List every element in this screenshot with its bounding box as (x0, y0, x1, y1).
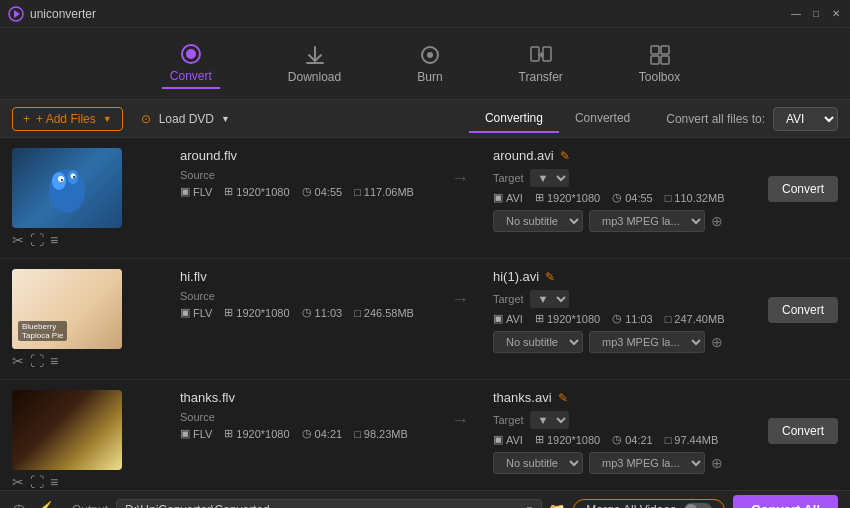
crop-icon-1[interactable]: ⛶ (30, 232, 44, 248)
file-2-source-name: hi.flv (180, 269, 427, 284)
add-files-label: + Add Files (36, 112, 96, 126)
file-3-source-label: Source (180, 411, 427, 423)
bolt-icon[interactable]: ⚡ (36, 500, 56, 508)
svg-point-16 (58, 176, 64, 182)
crop-icon-2[interactable]: ⛶ (30, 353, 44, 369)
file-2-target: hi(1).avi ✎ Target ▼ ▣ AVI ⊞ 1920*1080 ◷… (485, 269, 748, 353)
file-2-target-name: hi(1).avi ✎ (493, 269, 740, 284)
edit-icon-3[interactable]: ✎ (558, 391, 568, 405)
file-1-btn-section: Convert (758, 148, 838, 202)
add-files-button[interactable]: + + Add Files ▼ (12, 107, 123, 131)
output-label: Output (72, 503, 108, 509)
clock-icon-1: ◷ (302, 185, 312, 198)
merge-toggle[interactable] (684, 503, 712, 509)
output-path-display[interactable]: D:\UniConverter\Converted (116, 499, 542, 509)
convert-button-2[interactable]: Convert (768, 297, 838, 323)
file-1-source-label: Source (180, 169, 427, 181)
nav-transfer-label: Transfer (519, 70, 563, 84)
thumbnail-2: BlueberryTapioca Pie (12, 269, 122, 349)
audio-select-2[interactable]: mp3 MPEG la... (589, 331, 705, 353)
close-button[interactable]: ✕ (830, 8, 842, 20)
output-dropdown-arrow[interactable]: ▼ (524, 504, 534, 508)
edit-icon-2[interactable]: ✎ (545, 270, 555, 284)
file-2-source-label: Source (180, 290, 427, 302)
load-dvd-button[interactable]: ⊙ Load DVD ▼ (131, 108, 240, 130)
settings-btn-3[interactable]: ⊕ (711, 455, 723, 471)
target-format-select-3[interactable]: ▼ (530, 411, 569, 429)
target-format-select-1[interactable]: ▼ (530, 169, 569, 187)
nav-download-label: Download (288, 70, 341, 84)
convert-button-3[interactable]: Convert (768, 418, 838, 444)
thumb-3-controls: ✂ ⛶ ≡ (12, 474, 58, 490)
top-navigation: Convert Download Burn Transfer Toolbox (0, 28, 850, 100)
file-1-source-name: around.flv (180, 148, 427, 163)
arrow-1: → (445, 148, 475, 189)
nav-item-transfer[interactable]: Transfer (511, 40, 571, 88)
scissors-icon-2[interactable]: ✂ (12, 353, 24, 369)
svg-point-3 (186, 49, 196, 59)
svg-point-17 (71, 174, 76, 179)
history-icon[interactable]: ◷ (12, 500, 26, 508)
file-2-source-meta: ▣ FLV ⊞ 1920*1080 ◷ 11:03 □ 246.58MB (180, 306, 427, 319)
convert-all-button[interactable]: Convert All (733, 495, 838, 508)
file-2-middle: hi.flv Source ▣ FLV ⊞ 1920*1080 ◷ 11:03 (172, 269, 435, 323)
svg-point-18 (61, 179, 63, 181)
file-1-duration: ◷ 04:55 (302, 185, 343, 198)
subtitle-select-2[interactable]: No subtitle (493, 331, 583, 353)
nav-item-burn[interactable]: Burn (409, 40, 450, 88)
minimize-button[interactable]: — (790, 8, 802, 20)
crop-icon-3[interactable]: ⛶ (30, 474, 44, 490)
toggle-knob (685, 504, 697, 509)
film-icon-1: ▣ (180, 185, 190, 198)
nav-item-toolbox[interactable]: Toolbox (631, 40, 688, 88)
convert-button-1[interactable]: Convert (768, 176, 838, 202)
clock-icon-1t: ◷ (612, 191, 622, 204)
merge-all-label: Merge All Videos (586, 503, 676, 509)
file-3-target-meta: ▣ AVI ⊞ 1920*1080 ◷ 04:21 □ 97.44MB (493, 433, 740, 446)
nav-item-convert[interactable]: Convert (162, 39, 220, 89)
audio-select-1[interactable]: mp3 MPEG la... (589, 210, 705, 232)
folder-icon-1t: □ (665, 192, 672, 204)
file-1-left: ✂ ⛶ ≡ (12, 148, 162, 248)
settings-btn-1[interactable]: ⊕ (711, 213, 723, 229)
file-item-3: ✂ ⛶ ≡ thanks.flv Source ▣ FLV ⊞ 1920*108… (0, 380, 850, 490)
file-3-btn-section: Convert (758, 390, 838, 444)
dvd-icon: ⊙ (141, 112, 151, 126)
subtitle-select-3[interactable]: No subtitle (493, 452, 583, 474)
res-icon-1: ⊞ (224, 185, 233, 198)
thumb-1-art (37, 153, 97, 223)
output-wrapper: D:\UniConverter\Converted ▼ 📁 (116, 499, 565, 509)
thumbnail-1 (12, 148, 122, 228)
bottombar: ◷ ⚡ Output D:\UniConverter\Converted ▼ 📁… (0, 490, 850, 508)
tab-converting[interactable]: Converting (469, 105, 559, 133)
nav-toolbox-label: Toolbox (639, 70, 680, 84)
scissors-icon-1[interactable]: ✂ (12, 232, 24, 248)
folder-browse-icon[interactable]: 📁 (548, 502, 565, 509)
maximize-button[interactable]: □ (810, 8, 822, 20)
audio-select-3[interactable]: mp3 MPEG la... (589, 452, 705, 474)
titlebar-controls: — □ ✕ (790, 8, 842, 20)
edit-icon-1[interactable]: ✎ (560, 149, 570, 163)
tab-converted[interactable]: Converted (559, 105, 646, 133)
settings-icon-3[interactable]: ≡ (50, 474, 58, 490)
source-label-1: Source (180, 169, 215, 181)
scissors-icon-3[interactable]: ✂ (12, 474, 24, 490)
nav-convert-label: Convert (170, 69, 212, 83)
nav-item-download[interactable]: Download (280, 40, 349, 88)
file-3-target: thanks.avi ✎ Target ▼ ▣ AVI ⊞ 1920*1080 … (485, 390, 748, 474)
file-1-target-meta: ▣ AVI ⊞ 1920*1080 ◷ 04:55 □ 110.32MB (493, 191, 740, 204)
target-format-select-2[interactable]: ▼ (530, 290, 569, 308)
folder-icon-1: □ (354, 186, 361, 198)
file-2-btn-section: Convert (758, 269, 838, 323)
settings-icon-1[interactable]: ≡ (50, 232, 58, 248)
svg-point-19 (73, 176, 75, 178)
file-1-format: ▣ FLV (180, 185, 212, 198)
titlebar-left: uniconverter (8, 6, 96, 22)
app-title: uniconverter (30, 7, 96, 21)
settings-btn-2[interactable]: ⊕ (711, 334, 723, 350)
convert-all-label: Convert all files to: (666, 112, 765, 126)
settings-icon-2[interactable]: ≡ (50, 353, 58, 369)
toolbar: + + Add Files ▼ ⊙ Load DVD ▼ Converting … (0, 100, 850, 138)
format-select[interactable]: AVI MP4 MKV (773, 107, 838, 131)
subtitle-select-1[interactable]: No subtitle (493, 210, 583, 232)
